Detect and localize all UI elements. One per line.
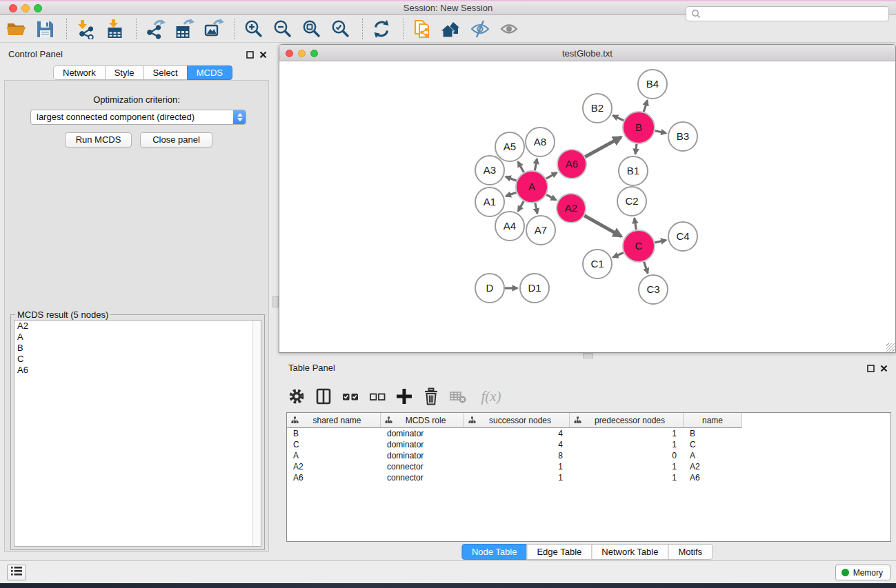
mcds-result-items: A2ABCA6 (14, 321, 261, 376)
result-scrollbar[interactable] (252, 321, 261, 546)
import-network-icon[interactable] (75, 19, 96, 39)
open-session-icon[interactable] (6, 19, 26, 39)
eye-icon[interactable] (499, 19, 519, 39)
export-table-icon[interactable] (174, 19, 195, 39)
edge-B-B2[interactable] (613, 116, 624, 121)
resize-grip[interactable] (886, 343, 895, 352)
edge-A-A6[interactable] (546, 172, 557, 179)
column-header-shared-name[interactable]: shared name (287, 413, 381, 428)
network-graph[interactable]: AA1A2A3A4A5A6A7A8BB1B2B3B4CC1C2C3C4DD1 (279, 61, 895, 352)
zoom-selected-icon[interactable] (330, 19, 351, 39)
mcds-panel: Optimization criterion: largest connecte… (4, 80, 269, 552)
edge-C-C3[interactable] (644, 262, 648, 274)
edge-C-C4[interactable] (655, 240, 666, 243)
tab-network[interactable]: Network (53, 65, 106, 80)
node-label-A3: A3 (484, 164, 496, 176)
cell-shared-name: A (287, 450, 381, 461)
memory-status-icon (842, 569, 849, 576)
column-header-successor-nodes[interactable]: successor nodes (464, 413, 570, 428)
optimization-dropdown[interactable]: largest connected component (directed) (30, 110, 246, 125)
table-row[interactable]: Adominator80A (287, 450, 890, 461)
horizontal-divider-handle[interactable] (583, 353, 593, 358)
edge-A-A8[interactable] (535, 159, 537, 170)
select-all-icon[interactable] (341, 387, 360, 406)
result-item[interactable]: C (14, 354, 261, 365)
cell-successor-nodes: 1 (464, 461, 570, 472)
zoom-in-icon[interactable] (243, 19, 264, 39)
result-item[interactable]: A6 (14, 365, 261, 376)
tab-style[interactable]: Style (105, 65, 144, 80)
search-field[interactable] (686, 6, 889, 21)
cell-MCDS-role: connector (381, 461, 464, 472)
houses-icon[interactable] (441, 19, 461, 39)
table-row[interactable]: Bdominator41B (287, 428, 890, 439)
tab-network-table[interactable]: Network Table (591, 544, 668, 560)
tab-motifs[interactable]: Motifs (668, 544, 713, 560)
edge-C-C1[interactable] (613, 253, 624, 258)
import-table-icon[interactable] (104, 19, 125, 39)
edge-A-A1[interactable] (506, 192, 516, 196)
add-icon[interactable] (395, 387, 414, 406)
column-header-predecessor-nodes[interactable]: predecessor nodes (570, 413, 684, 428)
float-panel-icon[interactable] (867, 363, 875, 375)
tab-edge-table[interactable]: Edge Table (526, 544, 592, 560)
search-input[interactable] (701, 8, 888, 20)
tab-select[interactable]: Select (143, 65, 188, 80)
cell-successor-nodes: 8 (464, 450, 570, 461)
edge-A-A7[interactable] (535, 203, 537, 214)
save-session-icon[interactable] (34, 19, 55, 39)
edge-A-A3[interactable] (506, 176, 517, 181)
result-item[interactable]: A2 (14, 321, 261, 332)
table-delete-icon[interactable] (448, 387, 468, 406)
result-item[interactable]: A (14, 332, 261, 343)
table-row[interactable]: Cdominator41C (287, 439, 890, 450)
task-history-button[interactable] (7, 565, 26, 580)
delete-icon[interactable] (421, 387, 441, 406)
column-header-MCDS-role[interactable]: MCDS role (381, 413, 464, 428)
vertical-divider-handle[interactable] (272, 296, 279, 307)
edge-A6-B[interactable] (585, 137, 621, 157)
column-header-name[interactable]: name (684, 413, 742, 428)
edge-C-C2[interactable] (635, 219, 637, 230)
dropdown-stepper-icon[interactable] (233, 110, 246, 125)
close-panel-icon[interactable] (259, 49, 267, 61)
edge-B-B3[interactable] (655, 131, 666, 133)
node-label-B1: B1 (627, 165, 639, 176)
node-table[interactable]: shared nameMCDS rolesuccessor nodesprede… (286, 412, 891, 542)
deselect-all-icon[interactable] (368, 387, 387, 406)
cell-name: B (684, 428, 742, 439)
edge-A-A2[interactable] (546, 194, 556, 200)
status-bar: Memory (0, 560, 896, 583)
export-network-icon[interactable] (145, 19, 166, 39)
edge-A-A4[interactable] (518, 201, 524, 211)
eye-slash-icon[interactable] (470, 19, 490, 39)
refresh-icon[interactable] (371, 19, 392, 39)
float-panel-icon[interactable] (246, 49, 254, 61)
table-panel-title: Table Panel (288, 363, 335, 373)
memory-button[interactable]: Memory (835, 565, 890, 580)
document-network-icon[interactable] (412, 19, 432, 39)
close-panel-button[interactable]: Close panel (140, 132, 212, 148)
edge-A2-C[interactable] (584, 216, 621, 236)
network-canvas[interactable]: AA1A2A3A4A5A6A7A8BB1B2B3B4CC1C2C3C4DD1 (279, 61, 895, 352)
export-image-icon[interactable] (203, 19, 223, 39)
edge-B-B4[interactable] (644, 101, 647, 112)
node-label-B2: B2 (591, 102, 604, 114)
tab-mcds[interactable]: MCDS (187, 65, 232, 80)
table-row[interactable]: A2connector11A2 (287, 461, 890, 472)
columns-icon[interactable] (314, 387, 333, 406)
cell-shared-name: A6 (287, 472, 381, 483)
zoom-fit-icon[interactable] (301, 19, 322, 39)
edge-A-A5[interactable] (518, 162, 524, 172)
zoom-out-icon[interactable] (272, 19, 293, 39)
result-item[interactable]: B (14, 343, 261, 354)
network-window-titlebar[interactable]: testGlobe.txt (279, 45, 895, 61)
tab-node-table[interactable]: Node Table (461, 544, 528, 560)
gear-icon[interactable] (287, 387, 306, 406)
run-mcds-button[interactable]: Run MCDS (65, 132, 132, 148)
edge-B-B1[interactable] (635, 144, 637, 154)
close-panel-icon[interactable] (880, 363, 888, 375)
table-row[interactable]: A6connector11A6 (287, 472, 890, 483)
node-label-A6: A6 (566, 158, 578, 170)
mcds-result-list[interactable]: A2ABCA6 (14, 320, 261, 547)
